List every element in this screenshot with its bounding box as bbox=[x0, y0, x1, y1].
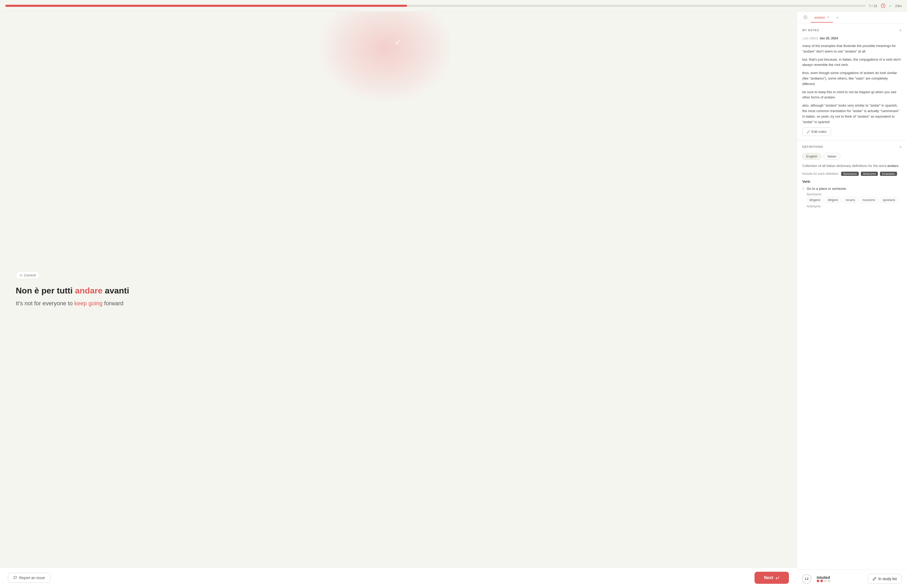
tab-add-button[interactable]: + bbox=[834, 13, 841, 22]
next-label: Next bbox=[764, 575, 773, 580]
dot-4 bbox=[828, 580, 830, 582]
def-number: 1 bbox=[802, 187, 804, 191]
last-edited-prefix: Last edited: bbox=[802, 37, 819, 40]
synonym-recarsi: recarsi bbox=[843, 197, 858, 203]
tab-andare[interactable]: andare ✕ bbox=[811, 13, 833, 22]
check-icon: ✓ bbox=[889, 4, 892, 8]
notes-paragraph-5: also, although "andare" looks very simil… bbox=[802, 103, 902, 125]
italian-before: Non è per tutti bbox=[16, 286, 75, 295]
checkmark-icon: ✓ bbox=[395, 38, 401, 47]
tab-word-label: andare bbox=[814, 16, 825, 19]
strength-dots bbox=[817, 580, 830, 582]
progress-time: 23m bbox=[895, 4, 902, 8]
progress-count: 7 / 15 bbox=[869, 4, 877, 8]
main-layout: ✓ ⊡ Correct! Non è per tutti andare avan… bbox=[0, 12, 907, 588]
timer-icon bbox=[880, 3, 886, 8]
notes-last-edited: Last edited: Jan 25, 2024 bbox=[802, 37, 902, 40]
pos-label: Verb: bbox=[802, 179, 902, 183]
lang-english-label: English bbox=[806, 154, 817, 158]
last-edited-date: Jan 25, 2024 bbox=[819, 37, 838, 40]
synonym-dirigersi: dirigersi bbox=[806, 197, 823, 203]
correct-label: Correct! bbox=[24, 273, 36, 277]
word-details: Intuited bbox=[817, 575, 830, 582]
dot-1 bbox=[817, 580, 819, 582]
notes-body: Last edited: Jan 25, 2024 many of the ex… bbox=[797, 37, 907, 140]
synonyms-list: dirigersi dirigere recarsi muoversi spos… bbox=[806, 197, 902, 203]
glow-background bbox=[320, 12, 451, 101]
notes-paragraph-4: be sure to keep this in mind to not be t… bbox=[802, 90, 902, 101]
english-sentence: It's not for everyone to keep going forw… bbox=[16, 300, 123, 308]
antonyms-label: Antonyms: bbox=[806, 205, 902, 208]
notes-paragraph-2: but, that's just because, in italian, th… bbox=[802, 57, 902, 68]
synonyms-label: Synonyms: bbox=[806, 192, 902, 196]
notes-paragraph-3: thus, even though some conjugations of a… bbox=[802, 70, 902, 87]
left-panel: ✓ ⊡ Correct! Non è per tutti andare avan… bbox=[0, 12, 797, 588]
in-study-label: In study list bbox=[878, 577, 897, 581]
progress-bar-container: 7 / 15 ✓ 23m bbox=[0, 0, 907, 12]
my-notes-section-header[interactable]: MY NOTES ∧ bbox=[797, 24, 907, 37]
right-footer: L2 Intuited In study list bbox=[797, 569, 907, 588]
level-badge: L2 bbox=[802, 574, 811, 583]
badge-icon: ⊡ bbox=[20, 274, 22, 277]
progress-track bbox=[5, 5, 865, 7]
synonym-spostarsi: spostarsi bbox=[880, 197, 898, 203]
include-row: Include for each definition: Synonyms An… bbox=[802, 172, 902, 176]
definitions-title: DEFINITIONS bbox=[802, 145, 823, 148]
definition-item-1: 1 Go to a place or someone. Synonyms: di… bbox=[802, 186, 902, 208]
collection-text-before: Collection of all Italian dictionary def… bbox=[802, 164, 887, 168]
next-button[interactable]: Next bbox=[755, 572, 789, 584]
italian-sentence: Non è per tutti andare avanti bbox=[16, 285, 129, 296]
correct-badge: ⊡ Correct! bbox=[16, 271, 40, 279]
dot-3 bbox=[824, 580, 827, 582]
lang-tab-italian[interactable]: Italian bbox=[824, 153, 841, 160]
return-icon bbox=[775, 576, 779, 580]
english-highlight: keep going bbox=[74, 300, 103, 307]
italian-highlight: andare bbox=[75, 286, 103, 295]
tab-bar: andare ✕ + bbox=[797, 12, 907, 24]
pencil-small-icon bbox=[873, 577, 876, 581]
flag-icon bbox=[13, 576, 17, 580]
collection-word: andare bbox=[887, 164, 899, 168]
notes-paragraph-1: many of the examples that illustrate the… bbox=[802, 43, 902, 54]
lang-italian-label: Italian bbox=[827, 154, 836, 158]
collection-text-after: . bbox=[898, 164, 899, 168]
synonym-dirigere: dirigere bbox=[825, 197, 841, 203]
language-tabs: English Italian bbox=[802, 153, 902, 160]
definitions-section-header[interactable]: DEFINITIONS ∧ bbox=[797, 141, 907, 153]
def-meaning: Go to a place or someone. bbox=[807, 187, 847, 191]
notes-chevron-icon: ∧ bbox=[899, 28, 902, 32]
definitions-body: English Italian Collection of all Italia… bbox=[797, 153, 907, 216]
level-label: L2 bbox=[805, 577, 809, 581]
word-info: L2 Intuited bbox=[802, 574, 830, 583]
definitions-chevron-icon: ∧ bbox=[899, 145, 902, 149]
card-area: ✓ ⊡ Correct! Non è per tutti andare avan… bbox=[0, 12, 797, 567]
badge-synonyms[interactable]: Synonyms bbox=[841, 172, 859, 176]
english-after: forward bbox=[103, 300, 123, 307]
report-label: Report an issue bbox=[19, 576, 45, 580]
bottom-bar: Report an issue Next bbox=[0, 567, 797, 588]
italian-after: avanti bbox=[103, 286, 129, 295]
progress-fill bbox=[5, 5, 407, 7]
tab-close-icon[interactable]: ✕ bbox=[827, 16, 829, 19]
word-label: Intuited bbox=[817, 575, 830, 580]
edit-notes-label: Edit notes bbox=[811, 130, 827, 134]
in-study-button[interactable]: In study list bbox=[868, 574, 902, 584]
edit-notes-button[interactable]: Edit notes bbox=[802, 127, 831, 136]
history-icon[interactable] bbox=[801, 13, 810, 22]
badge-examples[interactable]: Examples bbox=[880, 172, 897, 176]
synonym-muoversi: muoversi bbox=[859, 197, 878, 203]
lang-tab-english[interactable]: English bbox=[802, 153, 821, 160]
pencil-icon bbox=[807, 130, 810, 133]
my-notes-title: MY NOTES bbox=[802, 29, 819, 32]
collection-description: Collection of all Italian dictionary def… bbox=[802, 163, 902, 168]
right-content[interactable]: MY NOTES ∧ Last edited: Jan 25, 2024 man… bbox=[797, 24, 907, 588]
badge-antonyms[interactable]: Antonyms bbox=[861, 172, 878, 176]
report-button[interactable]: Report an issue bbox=[8, 573, 50, 583]
include-label: Include for each definition: bbox=[802, 172, 839, 176]
english-before: It's not for everyone to bbox=[16, 300, 74, 307]
right-panel: andare ✕ + MY NOTES ∧ Last edited: Jan 2… bbox=[797, 12, 907, 588]
dot-2 bbox=[820, 580, 823, 582]
